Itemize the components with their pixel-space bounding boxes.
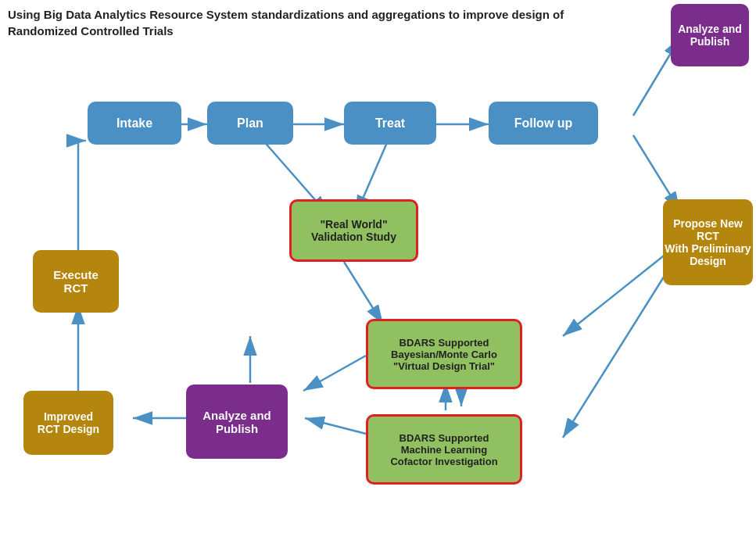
svg-line-18: [344, 262, 383, 324]
svg-line-11: [305, 418, 366, 434]
analyze-publish-bottom-node: Analyze and Publish: [186, 385, 288, 459]
svg-line-10: [303, 356, 366, 391]
bdars-machine-node: BDARS Supported Machine Learning Cofacto…: [366, 414, 522, 485]
diagram-title: Using Big Data Analytics Resource System…: [8, 6, 571, 39]
intake-node: Intake: [88, 102, 181, 145]
svg-line-7: [563, 266, 671, 438]
real-world-node: "Real World" Validation Study: [289, 199, 418, 262]
bdars-bayesian-node: BDARS Supported Bayesian/Monte Carlo "Vi…: [366, 319, 522, 389]
plan-node: Plan: [207, 102, 293, 145]
improved-rct-node: Improved RCT Design: [23, 391, 113, 455]
execute-rct-node: Execute RCT: [33, 250, 119, 313]
followup-node: Follow up: [489, 102, 598, 145]
propose-rct-node: Propose New RCT With Preliminary Design: [663, 199, 753, 285]
analyze-publish-top-node: Analyze and Publish: [671, 4, 749, 66]
treat-node: Treat: [344, 102, 436, 145]
svg-line-6: [563, 250, 671, 336]
